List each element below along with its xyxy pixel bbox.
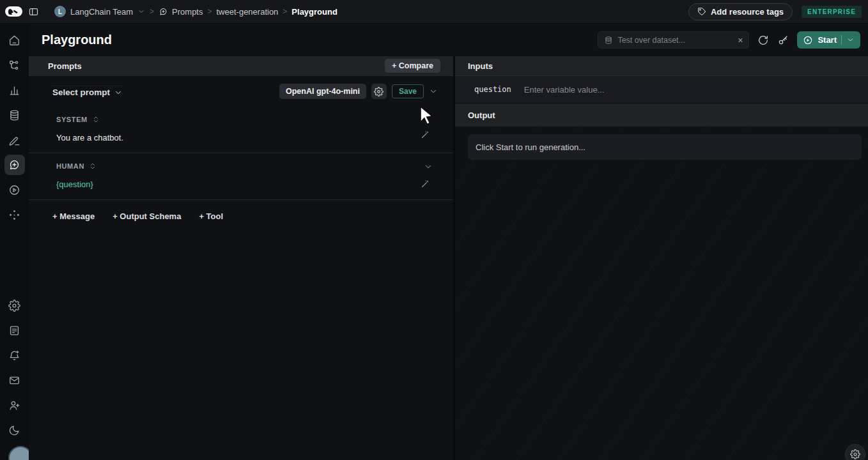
breadcrumb-prompts-label: Prompts xyxy=(172,7,203,17)
invite-user-icon xyxy=(8,399,20,411)
sidebar-item-monitoring[interactable] xyxy=(4,80,25,100)
message-role-label[interactable]: HUMAN xyxy=(56,162,84,170)
message-block-system: SYSTEM You are a chatbot. xyxy=(29,107,453,153)
sidebar-item-mail[interactable] xyxy=(4,370,25,390)
output-body: Click Start to run generation... xyxy=(455,126,868,460)
input-variable-row: question xyxy=(455,76,868,103)
home-icon xyxy=(8,34,20,47)
page-title: Playground xyxy=(42,33,112,47)
datasets-db-icon xyxy=(8,109,20,121)
sidebar-item-tracing[interactable] xyxy=(4,55,25,75)
add-tool-button[interactable]: + Tool xyxy=(199,211,223,221)
start-options-chevron-icon[interactable] xyxy=(846,36,855,44)
parrot-wrench-icon xyxy=(8,8,20,15)
add-resource-tags-label: Add resource tags xyxy=(711,7,784,17)
annotate-pencil-icon xyxy=(8,134,20,146)
message-footer: + Message + Output Schema + Tool xyxy=(29,200,453,221)
wand-icon[interactable] xyxy=(421,130,430,139)
breadcrumb-item[interactable]: tweet-generation xyxy=(217,7,279,17)
message-content[interactable]: You are a chatbot. xyxy=(56,133,428,142)
sidebar-item-docs[interactable] xyxy=(4,320,25,341)
message-role-label[interactable]: SYSTEM xyxy=(56,116,88,123)
variable-value-input[interactable] xyxy=(524,85,855,95)
chevron-down-icon xyxy=(114,88,123,97)
api-key-button[interactable] xyxy=(777,34,789,46)
mail-icon xyxy=(8,374,20,387)
prompts-panel-title: Prompts xyxy=(48,61,82,71)
sidebar-toggle-icon[interactable] xyxy=(28,6,39,17)
database-icon xyxy=(604,36,613,45)
sidebar-item-prompts[interactable] xyxy=(4,155,25,175)
variable-name-label: question xyxy=(474,85,511,94)
prompts-panel-header: Prompts + Compare xyxy=(29,56,453,76)
team-avatar[interactable]: L xyxy=(54,6,66,17)
prompts-panel: Prompts + Compare Select prompt OpenAI g… xyxy=(29,56,453,460)
output-panel-header: Output xyxy=(455,103,868,126)
enterprise-badge: ENTERPRISE xyxy=(802,6,862,18)
output-placeholder: Click Start to run generation... xyxy=(468,134,862,160)
breadcrumb-separator: > xyxy=(150,7,154,16)
save-button[interactable]: Save xyxy=(392,84,424,98)
role-swap-icon[interactable] xyxy=(92,116,100,123)
playground-settings-button[interactable] xyxy=(846,445,865,460)
playground-play-icon xyxy=(8,184,20,196)
compare-button[interactable]: + Compare xyxy=(385,59,440,73)
left-sidebar xyxy=(0,24,29,460)
prompt-toolbar: Select prompt OpenAI gpt-4o-mini Save xyxy=(29,76,453,107)
select-prompt-dropdown[interactable]: Select prompt xyxy=(52,86,123,97)
monitor-chart-icon xyxy=(8,84,20,96)
start-button-divider xyxy=(841,35,842,45)
sidebar-item-dashboards[interactable] xyxy=(4,204,25,225)
inputs-panel-title: Inputs xyxy=(468,61,493,71)
wand-icon[interactable] xyxy=(421,179,430,188)
add-resource-tags-button[interactable]: Add resource tags xyxy=(688,3,793,20)
prompts-chat-icon xyxy=(159,7,168,17)
test-over-dataset-input[interactable] xyxy=(617,36,733,45)
sidebar-item-invite-user[interactable] xyxy=(4,395,25,415)
add-message-button[interactable]: + Message xyxy=(52,211,95,221)
dashboards-dots-icon xyxy=(8,209,20,221)
collapse-chevron-icon[interactable] xyxy=(424,162,433,171)
settings-gear-icon xyxy=(8,300,20,312)
key-icon xyxy=(777,34,789,46)
dark-mode-moon-icon xyxy=(8,424,20,436)
clear-dataset-icon[interactable]: × xyxy=(738,36,743,45)
role-swap-icon[interactable] xyxy=(89,162,97,170)
message-content-variable[interactable]: {question} xyxy=(56,180,428,189)
io-panel: Inputs question Output Click Start to ru… xyxy=(453,56,868,460)
chevron-down-icon[interactable] xyxy=(137,8,145,15)
output-panel-title: Output xyxy=(468,111,495,120)
trace-tree-icon xyxy=(8,59,20,72)
start-button[interactable]: Start xyxy=(797,31,860,49)
breadcrumb-separator: > xyxy=(207,7,212,16)
breadcrumb-prompts[interactable]: Prompts xyxy=(159,7,203,17)
play-circle-icon xyxy=(803,35,813,45)
breadcrumb-team[interactable]: LangChain Team xyxy=(70,7,133,17)
refresh-button[interactable] xyxy=(757,34,769,46)
gear-icon xyxy=(374,87,384,96)
sidebar-item-dark-mode[interactable] xyxy=(4,420,25,440)
model-badge[interactable]: OpenAI gpt-4o-mini xyxy=(279,84,366,99)
inputs-panel-header: Inputs xyxy=(455,56,868,76)
add-output-schema-button[interactable]: + Output Schema xyxy=(112,211,181,221)
sidebar-item-datasets[interactable] xyxy=(4,105,25,125)
main-content: Prompts + Compare Select prompt OpenAI g… xyxy=(29,56,868,460)
test-over-dataset-box: × xyxy=(598,31,749,49)
sidebar-item-settings[interactable] xyxy=(4,295,25,316)
sidebar-item-annotation[interactable] xyxy=(4,130,25,150)
tag-icon xyxy=(697,7,706,16)
save-options-chevron-icon[interactable] xyxy=(429,87,438,96)
prompts-chat-icon xyxy=(8,159,20,171)
breadcrumb-separator: > xyxy=(283,7,287,16)
start-button-label: Start xyxy=(818,35,837,45)
gear-icon xyxy=(850,449,860,459)
page-header: Playground × Start xyxy=(0,24,868,56)
sidebar-item-home[interactable] xyxy=(4,30,25,50)
message-block-human: HUMAN {question} xyxy=(29,153,453,200)
model-settings-button[interactable] xyxy=(371,84,387,99)
langsmith-logo[interactable] xyxy=(5,6,22,17)
select-prompt-label: Select prompt xyxy=(52,88,110,97)
notifications-bell-icon xyxy=(8,349,20,362)
sidebar-item-playground-runs[interactable] xyxy=(4,180,25,200)
sidebar-item-notifications[interactable] xyxy=(4,345,25,365)
